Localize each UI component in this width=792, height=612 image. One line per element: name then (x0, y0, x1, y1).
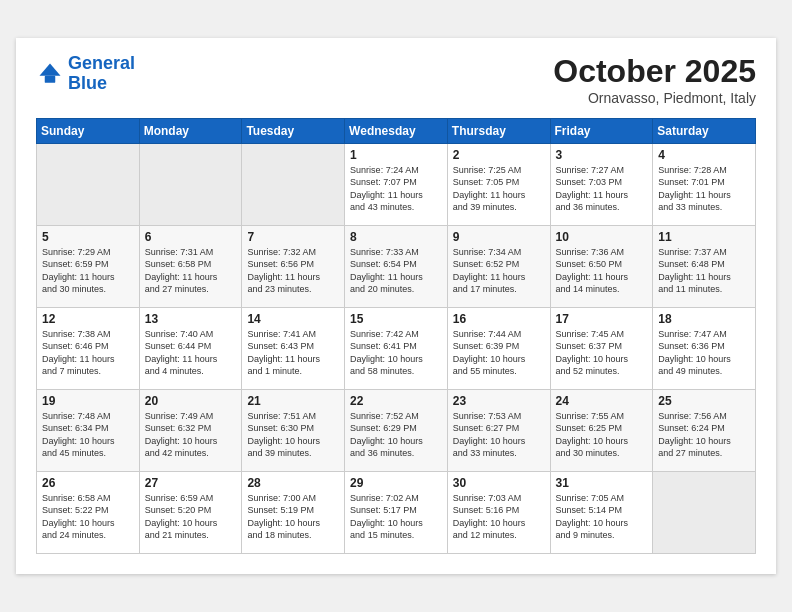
calendar-cell: 5Sunrise: 7:29 AM Sunset: 6:59 PM Daylig… (37, 225, 140, 307)
calendar-cell: 16Sunrise: 7:44 AM Sunset: 6:39 PM Dayli… (447, 307, 550, 389)
day-number: 8 (350, 230, 442, 244)
weekday-header-friday: Friday (550, 118, 653, 143)
day-number: 23 (453, 394, 545, 408)
day-info: Sunrise: 7:56 AM Sunset: 6:24 PM Dayligh… (658, 410, 750, 460)
calendar-cell: 12Sunrise: 7:38 AM Sunset: 6:46 PM Dayli… (37, 307, 140, 389)
calendar-cell: 30Sunrise: 7:03 AM Sunset: 5:16 PM Dayli… (447, 471, 550, 553)
day-info: Sunrise: 7:41 AM Sunset: 6:43 PM Dayligh… (247, 328, 339, 378)
day-info: Sunrise: 7:49 AM Sunset: 6:32 PM Dayligh… (145, 410, 237, 460)
calendar-week-1: 1Sunrise: 7:24 AM Sunset: 7:07 PM Daylig… (37, 143, 756, 225)
day-info: Sunrise: 6:58 AM Sunset: 5:22 PM Dayligh… (42, 492, 134, 542)
calendar-cell: 22Sunrise: 7:52 AM Sunset: 6:29 PM Dayli… (345, 389, 448, 471)
day-number: 18 (658, 312, 750, 326)
header: General Blue October 2025 Ornavasso, Pie… (36, 54, 756, 105)
day-number: 27 (145, 476, 237, 490)
calendar-cell: 17Sunrise: 7:45 AM Sunset: 6:37 PM Dayli… (550, 307, 653, 389)
svg-rect-1 (45, 76, 56, 83)
weekday-header-tuesday: Tuesday (242, 118, 345, 143)
calendar-cell: 8Sunrise: 7:33 AM Sunset: 6:54 PM Daylig… (345, 225, 448, 307)
calendar-cell: 23Sunrise: 7:53 AM Sunset: 6:27 PM Dayli… (447, 389, 550, 471)
calendar-table: SundayMondayTuesdayWednesdayThursdayFrid… (36, 118, 756, 554)
calendar-cell: 18Sunrise: 7:47 AM Sunset: 6:36 PM Dayli… (653, 307, 756, 389)
calendar-cell: 26Sunrise: 6:58 AM Sunset: 5:22 PM Dayli… (37, 471, 140, 553)
day-info: Sunrise: 7:31 AM Sunset: 6:58 PM Dayligh… (145, 246, 237, 296)
day-info: Sunrise: 7:40 AM Sunset: 6:44 PM Dayligh… (145, 328, 237, 378)
day-info: Sunrise: 7:02 AM Sunset: 5:17 PM Dayligh… (350, 492, 442, 542)
weekday-header-sunday: Sunday (37, 118, 140, 143)
day-number: 5 (42, 230, 134, 244)
day-number: 26 (42, 476, 134, 490)
day-number: 15 (350, 312, 442, 326)
day-info: Sunrise: 7:28 AM Sunset: 7:01 PM Dayligh… (658, 164, 750, 214)
calendar-header: SundayMondayTuesdayWednesdayThursdayFrid… (37, 118, 756, 143)
day-info: Sunrise: 7:51 AM Sunset: 6:30 PM Dayligh… (247, 410, 339, 460)
calendar-cell: 13Sunrise: 7:40 AM Sunset: 6:44 PM Dayli… (139, 307, 242, 389)
day-number: 3 (556, 148, 648, 162)
day-number: 28 (247, 476, 339, 490)
calendar-cell (242, 143, 345, 225)
title-block: October 2025 Ornavasso, Piedmont, Italy (553, 54, 756, 105)
calendar-cell: 14Sunrise: 7:41 AM Sunset: 6:43 PM Dayli… (242, 307, 345, 389)
day-number: 16 (453, 312, 545, 326)
day-number: 10 (556, 230, 648, 244)
day-info: Sunrise: 7:00 AM Sunset: 5:19 PM Dayligh… (247, 492, 339, 542)
calendar-cell: 15Sunrise: 7:42 AM Sunset: 6:41 PM Dayli… (345, 307, 448, 389)
day-info: Sunrise: 7:29 AM Sunset: 6:59 PM Dayligh… (42, 246, 134, 296)
day-number: 19 (42, 394, 134, 408)
calendar-week-5: 26Sunrise: 6:58 AM Sunset: 5:22 PM Dayli… (37, 471, 756, 553)
day-info: Sunrise: 7:55 AM Sunset: 6:25 PM Dayligh… (556, 410, 648, 460)
month-title: October 2025 (553, 54, 756, 89)
day-info: Sunrise: 7:05 AM Sunset: 5:14 PM Dayligh… (556, 492, 648, 542)
calendar-cell: 6Sunrise: 7:31 AM Sunset: 6:58 PM Daylig… (139, 225, 242, 307)
day-info: Sunrise: 7:42 AM Sunset: 6:41 PM Dayligh… (350, 328, 442, 378)
logo: General Blue (36, 54, 135, 94)
day-info: Sunrise: 7:33 AM Sunset: 6:54 PM Dayligh… (350, 246, 442, 296)
day-info: Sunrise: 7:53 AM Sunset: 6:27 PM Dayligh… (453, 410, 545, 460)
calendar-cell: 27Sunrise: 6:59 AM Sunset: 5:20 PM Dayli… (139, 471, 242, 553)
weekday-header-saturday: Saturday (653, 118, 756, 143)
svg-marker-0 (40, 64, 61, 76)
calendar-cell: 24Sunrise: 7:55 AM Sunset: 6:25 PM Dayli… (550, 389, 653, 471)
day-number: 1 (350, 148, 442, 162)
calendar-cell: 1Sunrise: 7:24 AM Sunset: 7:07 PM Daylig… (345, 143, 448, 225)
day-number: 4 (658, 148, 750, 162)
calendar-cell: 2Sunrise: 7:25 AM Sunset: 7:05 PM Daylig… (447, 143, 550, 225)
day-info: Sunrise: 7:38 AM Sunset: 6:46 PM Dayligh… (42, 328, 134, 378)
day-info: Sunrise: 7:03 AM Sunset: 5:16 PM Dayligh… (453, 492, 545, 542)
day-number: 24 (556, 394, 648, 408)
weekday-header-wednesday: Wednesday (345, 118, 448, 143)
day-number: 30 (453, 476, 545, 490)
logo-text: General Blue (68, 54, 135, 94)
day-number: 2 (453, 148, 545, 162)
day-info: Sunrise: 7:45 AM Sunset: 6:37 PM Dayligh… (556, 328, 648, 378)
calendar-cell: 11Sunrise: 7:37 AM Sunset: 6:48 PM Dayli… (653, 225, 756, 307)
calendar-cell: 25Sunrise: 7:56 AM Sunset: 6:24 PM Dayli… (653, 389, 756, 471)
calendar-container: General Blue October 2025 Ornavasso, Pie… (16, 38, 776, 573)
location: Ornavasso, Piedmont, Italy (553, 90, 756, 106)
calendar-week-2: 5Sunrise: 7:29 AM Sunset: 6:59 PM Daylig… (37, 225, 756, 307)
day-info: Sunrise: 7:24 AM Sunset: 7:07 PM Dayligh… (350, 164, 442, 214)
day-number: 17 (556, 312, 648, 326)
day-number: 13 (145, 312, 237, 326)
calendar-cell: 31Sunrise: 7:05 AM Sunset: 5:14 PM Dayli… (550, 471, 653, 553)
day-info: Sunrise: 7:32 AM Sunset: 6:56 PM Dayligh… (247, 246, 339, 296)
day-number: 31 (556, 476, 648, 490)
day-info: Sunrise: 7:44 AM Sunset: 6:39 PM Dayligh… (453, 328, 545, 378)
day-info: Sunrise: 7:34 AM Sunset: 6:52 PM Dayligh… (453, 246, 545, 296)
calendar-cell: 29Sunrise: 7:02 AM Sunset: 5:17 PM Dayli… (345, 471, 448, 553)
day-number: 29 (350, 476, 442, 490)
day-info: Sunrise: 7:37 AM Sunset: 6:48 PM Dayligh… (658, 246, 750, 296)
calendar-cell: 7Sunrise: 7:32 AM Sunset: 6:56 PM Daylig… (242, 225, 345, 307)
calendar-cell (37, 143, 140, 225)
day-info: Sunrise: 7:48 AM Sunset: 6:34 PM Dayligh… (42, 410, 134, 460)
calendar-cell (653, 471, 756, 553)
day-number: 12 (42, 312, 134, 326)
calendar-cell: 28Sunrise: 7:00 AM Sunset: 5:19 PM Dayli… (242, 471, 345, 553)
calendar-week-4: 19Sunrise: 7:48 AM Sunset: 6:34 PM Dayli… (37, 389, 756, 471)
day-number: 21 (247, 394, 339, 408)
day-number: 9 (453, 230, 545, 244)
day-number: 6 (145, 230, 237, 244)
calendar-cell (139, 143, 242, 225)
day-info: Sunrise: 6:59 AM Sunset: 5:20 PM Dayligh… (145, 492, 237, 542)
weekday-header-monday: Monday (139, 118, 242, 143)
